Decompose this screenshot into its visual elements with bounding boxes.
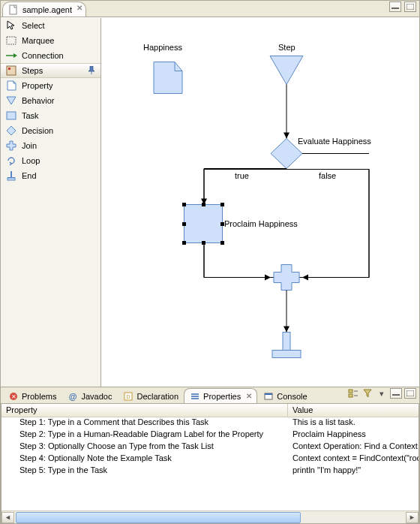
table-row[interactable]: Step 5: Type in the Task println "I'm ha…: [2, 465, 418, 477]
properties-table-body: Step 1: Type in a Comment that Describes…: [2, 417, 418, 510]
palette-property[interactable]: Property: [1, 78, 100, 93]
palette-item-label: Task: [22, 111, 39, 120]
value-cell: println "I'm happy!": [288, 465, 418, 477]
svg-rect-2: [406, 4, 414, 10]
close-icon[interactable]: ✕: [246, 392, 252, 400]
label-false: false: [319, 171, 336, 180]
svg-rect-38: [406, 390, 414, 396]
palette-connection[interactable]: Connection: [1, 48, 100, 63]
palette-end[interactable]: End: [1, 168, 100, 183]
palette-behavior[interactable]: Behavior: [1, 93, 100, 108]
filter-icon[interactable]: [362, 388, 374, 399]
pin-icon[interactable]: [87, 66, 96, 75]
declaration-icon: D: [122, 390, 134, 402]
tab-label: Problems: [22, 392, 56, 401]
palette-item-label: Property: [22, 81, 53, 90]
palette-item-label: End: [22, 171, 37, 180]
svg-rect-6: [8, 68, 10, 70]
property-cell: Step 4: Optionally Note the Example Task: [2, 453, 288, 465]
horizontal-scrollbar[interactable]: ◄ ►: [2, 510, 418, 523]
scroll-thumb[interactable]: [16, 512, 301, 523]
palette-item-label: Marquee: [22, 36, 54, 45]
palette-drawer-steps[interactable]: Steps: [1, 63, 100, 78]
property-icon: [5, 80, 17, 92]
end-icon: [5, 170, 17, 182]
svg-text:✕: ✕: [11, 393, 16, 400]
minimize-icon[interactable]: [389, 2, 401, 12]
editor-body: Select Marquee Connection Steps P: [1, 17, 419, 387]
tab-javadoc[interactable]: @ Javadoc: [62, 388, 117, 403]
label-evaluate: Evaluate Happiness: [298, 137, 371, 146]
palette: Select Marquee Connection Steps P: [1, 18, 101, 387]
palette-item-label: Loop: [22, 156, 40, 165]
editor-area: sample.agent ✕ Select Marquee: [1, 1, 419, 387]
node-property-happiness[interactable]: [154, 62, 182, 94]
palette-item-label: Connection: [22, 51, 64, 60]
svg-text:@: @: [69, 392, 77, 401]
diagram-canvas[interactable]: Happiness Step Evaluate Happiness true f…: [101, 18, 419, 387]
tab-problems[interactable]: ✕ Problems: [2, 388, 62, 403]
property-cell: Step 1: Type in a Comment that Describes…: [2, 417, 288, 429]
table-row[interactable]: Step 4: Optionally Note the Example Task…: [2, 453, 418, 465]
palette-decision[interactable]: Decision: [1, 123, 100, 138]
tab-console[interactable]: Console: [257, 388, 312, 403]
value-cell: Context Operation: Find a Context [Cont: [288, 441, 418, 453]
close-icon[interactable]: ✕: [76, 4, 82, 12]
property-cell: Step 5: Type in the Task: [2, 465, 288, 477]
table-row[interactable]: Step 3: Optionally Choose an Type from t…: [2, 441, 418, 453]
node-end[interactable]: [272, 333, 301, 358]
svg-rect-3: [7, 37, 16, 44]
svg-rect-7: [7, 112, 16, 119]
categories-icon[interactable]: [347, 388, 359, 399]
node-behavior-step[interactable]: [270, 56, 303, 85]
maximize-icon[interactable]: [404, 2, 416, 12]
svg-rect-37: [392, 394, 400, 396]
column-header-property[interactable]: Property: [2, 404, 288, 417]
decision-icon: [5, 125, 17, 137]
palette-loop[interactable]: Loop: [1, 153, 100, 168]
svg-rect-29: [191, 396, 199, 397]
tab-properties[interactable]: Properties ✕: [184, 388, 257, 403]
palette-marquee[interactable]: Marquee: [1, 33, 100, 48]
views-area: ✕ Problems @ Javadoc D Declaration Prope…: [1, 387, 419, 523]
palette-task[interactable]: Task: [1, 108, 100, 123]
svg-rect-34: [349, 394, 352, 397]
tab-label: Declaration: [136, 392, 178, 401]
join-icon: [5, 140, 17, 152]
palette-select[interactable]: Select: [1, 18, 100, 33]
svg-rect-30: [191, 398, 199, 399]
properties-table-header: Property Value: [2, 404, 418, 417]
palette-join[interactable]: Join: [1, 138, 100, 153]
table-row[interactable]: Step 1: Type in a Comment that Describes…: [2, 417, 418, 429]
palette-drawer-label: Steps: [22, 66, 43, 75]
editor-tab-sample-agent[interactable]: sample.agent ✕: [2, 2, 86, 17]
scroll-left-arrow[interactable]: ◄: [2, 512, 14, 523]
view-menu-icon[interactable]: ▾: [376, 388, 388, 399]
editor-tabbar-controls: [389, 2, 416, 12]
svg-text:D: D: [127, 394, 130, 399]
palette-item-label: Decision: [22, 126, 53, 135]
tab-declaration[interactable]: D Declaration: [117, 388, 184, 403]
svg-rect-10: [8, 178, 15, 180]
maximize-icon[interactable]: [404, 388, 416, 399]
label-happiness: Happiness: [143, 43, 182, 52]
behavior-icon: [5, 95, 17, 107]
tab-label: Console: [277, 392, 307, 401]
minimize-icon[interactable]: [390, 388, 402, 399]
value-cell: This is a list task.: [288, 417, 418, 429]
table-row[interactable]: Step 2: Type in a Human-Readable Diagram…: [2, 429, 418, 441]
column-header-value[interactable]: Value: [288, 404, 418, 417]
node-join[interactable]: [274, 265, 299, 291]
scroll-right-arrow[interactable]: ►: [406, 512, 418, 523]
connection-icon: [5, 50, 17, 62]
editor-tab-label: sample.agent: [22, 5, 72, 14]
node-task-proclaim[interactable]: [184, 204, 223, 243]
task-icon: [5, 110, 17, 122]
label-step: Step: [278, 43, 296, 52]
palette-item-label: Behavior: [22, 96, 54, 105]
properties-view: Property Value Step 1: Type in a Comment…: [1, 404, 419, 523]
editor-tabbar: sample.agent ✕: [1, 1, 419, 17]
property-cell: Step 2: Type in a Human-Readable Diagram…: [2, 429, 288, 441]
svg-rect-28: [191, 393, 199, 395]
application-frame: sample.agent ✕ Select Marquee: [0, 0, 420, 524]
